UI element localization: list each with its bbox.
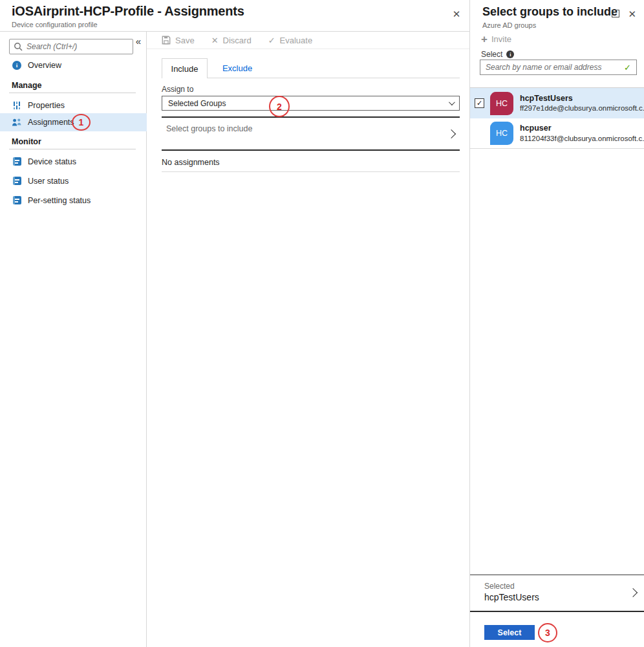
sidebar-item-properties[interactable]: Properties	[0, 96, 147, 114]
group-row-hcpuser[interactable]: HC hcpuser 811204f33f@clubsurya.onmicros…	[470, 118, 644, 149]
tab-divider	[208, 78, 460, 78]
group-avatar: HC	[490, 122, 513, 145]
checkmark-icon	[268, 36, 275, 45]
no-assignments-text: No assignments	[162, 158, 220, 167]
chevron-right-icon[interactable]	[628, 588, 638, 597]
collapse-sidebar-icon[interactable]	[133, 34, 144, 48]
sidebar-search[interactable]	[9, 39, 133, 54]
selected-summary-label: Selected	[484, 582, 515, 591]
divider	[162, 171, 460, 172]
plus-icon	[481, 34, 488, 45]
sidebar-item-label: Properties	[28, 101, 65, 110]
select-button[interactable]: Select	[484, 625, 535, 640]
sidebar-section-manage: Manage	[12, 81, 42, 90]
search-icon	[14, 42, 23, 51]
discard-label: Discard	[223, 36, 252, 45]
sidebar-item-device-status[interactable]: Device status	[0, 153, 147, 170]
sidebar-item-user-status[interactable]: User status	[0, 172, 147, 190]
tab-exclude[interactable]: Exclude	[218, 58, 257, 78]
invite-button[interactable]: Invite	[481, 34, 511, 45]
divider	[470, 611, 644, 612]
annotation-number: 1	[79, 117, 84, 127]
group-name: hcpTestUsers	[520, 93, 644, 104]
sidebar-item-per-setting-status[interactable]: Per-setting status	[0, 192, 147, 209]
save-button[interactable]: Save	[162, 36, 195, 45]
group-name: hcpuser	[520, 123, 644, 133]
device-profile-blade: iOSAirprint-HCP-Profile - Assignments De…	[0, 0, 469, 647]
divider	[470, 575, 644, 575]
group-email: 811204f33f@clubsurya.onmicrosoft.c...	[520, 134, 644, 144]
tab-include[interactable]: Include	[162, 58, 208, 78]
page-subtitle: Device configuration profile	[12, 21, 98, 28]
group-search-box[interactable]	[480, 60, 637, 75]
group-row-hcptestusers[interactable]: HC hcpTestUsers ff297e1dde@clubsurya.onm…	[470, 88, 644, 118]
sidebar-item-label: User status	[28, 177, 69, 186]
select-field-label: Select	[481, 50, 514, 59]
divider	[9, 149, 136, 149]
sliders-icon	[12, 100, 22, 110]
sidebar-item-label: Device status	[28, 157, 76, 166]
annotation-number: 3	[545, 628, 550, 638]
select-label-text: Select	[481, 50, 502, 59]
maximize-icon[interactable]	[612, 10, 619, 17]
azure-portal: iOSAirprint-HCP-Profile - Assignments De…	[0, 0, 644, 647]
divider	[162, 149, 460, 151]
sidebar-item-label: Overview	[28, 61, 61, 70]
status-report-icon	[12, 176, 22, 186]
evaluate-label: Evaluate	[280, 36, 313, 45]
annotation-step-1: 1	[72, 114, 91, 131]
info-icon	[506, 50, 514, 58]
chevron-right-icon	[447, 129, 456, 138]
sidebar-section-monitor: Monitor	[12, 137, 41, 146]
annotation-step-3: 3	[538, 623, 557, 642]
discard-button[interactable]: Discard	[211, 36, 252, 45]
assign-to-value: Selected Groups	[168, 99, 226, 108]
search-input[interactable]	[27, 42, 129, 51]
evaluate-button[interactable]: Evaluate	[268, 36, 313, 45]
select-groups-label: Select groups to include	[162, 124, 252, 133]
annotation-step-2: 2	[269, 96, 290, 117]
panel-subtitle: Azure AD groups	[482, 21, 536, 29]
save-label: Save	[175, 36, 195, 45]
toolbar: Save Discard Evaluate	[147, 32, 469, 49]
select-groups-row[interactable]: Select groups to include	[162, 118, 460, 149]
page-title: iOSAirprint-HCP-Profile - Assignments	[12, 4, 244, 19]
group-avatar: HC	[490, 92, 513, 115]
panel-title: Select groups to include	[482, 5, 617, 19]
sidebar-item-overview[interactable]: Overview	[0, 56, 147, 74]
divider	[9, 93, 136, 93]
assign-to-dropdown[interactable]: Selected Groups	[162, 96, 460, 111]
status-report-icon	[12, 157, 22, 166]
people-icon	[12, 118, 22, 127]
save-icon	[162, 36, 171, 45]
discard-icon	[211, 36, 219, 45]
sidebar-item-label: Per-setting status	[28, 196, 91, 205]
valid-check-icon	[624, 63, 631, 72]
info-icon	[12, 60, 22, 70]
sidebar-item-label: Assignments	[28, 118, 74, 127]
select-groups-panel: Select groups to include Azure AD groups…	[469, 0, 644, 647]
tab-label: Exclude	[222, 63, 252, 73]
group-texts: hcpuser 811204f33f@clubsurya.onmicrosoft…	[520, 123, 644, 143]
invite-label: Invite	[491, 34, 511, 44]
status-report-icon	[12, 195, 22, 205]
close-icon[interactable]	[627, 7, 638, 21]
checkbox-checked-icon[interactable]	[475, 98, 484, 108]
group-texts: hcpTestUsers ff297e1dde@clubsurya.onmicr…	[520, 93, 644, 113]
blade-header: iOSAirprint-HCP-Profile - Assignments De…	[0, 0, 469, 32]
group-email: ff297e1dde@clubsurya.onmicrosoft.c...	[520, 104, 644, 113]
selected-summary-value: hcpTestUsers	[484, 592, 539, 602]
assignments-content: Save Discard Evaluate Include Exclude As…	[147, 32, 469, 647]
tab-label: Include	[171, 64, 199, 74]
group-search-input[interactable]	[486, 63, 621, 72]
close-icon[interactable]	[450, 8, 463, 21]
annotation-number: 2	[277, 102, 282, 112]
chevron-down-icon	[449, 99, 455, 105]
select-button-label: Select	[498, 628, 522, 637]
assign-to-label: Assign to	[162, 85, 193, 94]
